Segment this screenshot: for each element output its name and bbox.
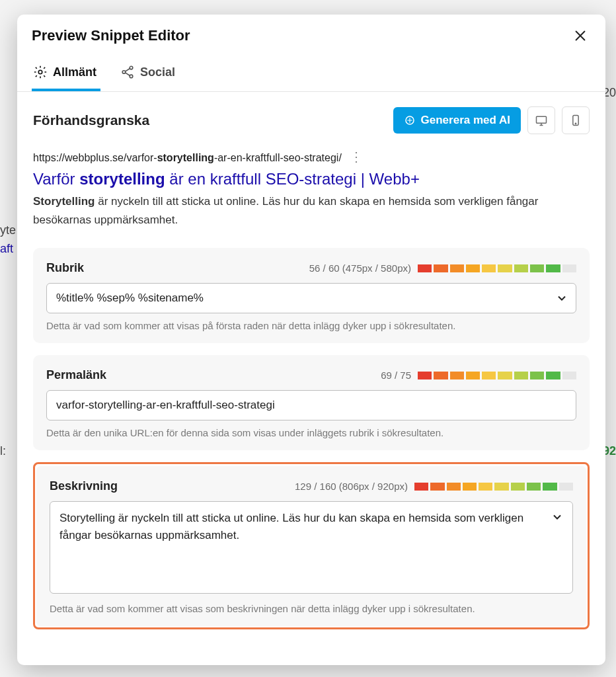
permalink-gradient-bar bbox=[418, 372, 576, 379]
beskrivning-meta: 129 / 160 (806px / 920px) bbox=[295, 481, 573, 492]
preview-title: Varför storytelling är en kraftfull SEO-… bbox=[33, 170, 590, 188]
share-icon bbox=[120, 65, 135, 79]
beskrivning-input-wrap bbox=[50, 501, 573, 596]
tab-general[interactable]: Allmänt bbox=[32, 56, 100, 91]
chevron-down-icon[interactable] bbox=[555, 292, 568, 305]
rubrik-gradient-bar bbox=[418, 264, 576, 272]
content-topbar: Förhandsgranska Generera med AI bbox=[33, 106, 590, 134]
permalink-input-wrap bbox=[46, 390, 576, 420]
serp-preview: https://webbplus.se/varfor-storytelling-… bbox=[33, 150, 590, 229]
permalink-label: Permalänk bbox=[46, 368, 106, 382]
section-rubrik: Rubrik 56 / 60 (475px / 580px) Detta är … bbox=[33, 248, 590, 343]
desktop-view-button[interactable] bbox=[527, 106, 555, 134]
permalink-help: Detta är den unika URL:en för denna sida… bbox=[46, 427, 576, 438]
beskrivning-label: Beskrivning bbox=[50, 479, 118, 493]
svg-rect-5 bbox=[537, 116, 547, 123]
modal-header: Preview Snippet Editor bbox=[17, 15, 605, 56]
section-permalink: Permalänk 69 / 75 Detta är den unika URL… bbox=[33, 355, 590, 450]
snippet-editor-modal: Preview Snippet Editor Allmänt Social bbox=[17, 15, 605, 665]
beskrivning-count: 129 / 160 (806px / 920px) bbox=[295, 481, 408, 492]
close-button[interactable] bbox=[570, 25, 591, 46]
rubrik-help: Detta är vad som kommer att visas på för… bbox=[46, 320, 576, 331]
topbar-actions: Generera med AI bbox=[393, 106, 590, 134]
ai-button-label: Generera med AI bbox=[421, 114, 510, 127]
beskrivning-head: Beskrivning 129 / 160 (806px / 920px) bbox=[50, 479, 573, 493]
gear-icon bbox=[33, 65, 48, 79]
desktop-icon bbox=[535, 114, 548, 127]
rubrik-input[interactable] bbox=[46, 283, 576, 313]
rubrik-label: Rubrik bbox=[46, 261, 84, 275]
rubrik-input-wrap bbox=[46, 283, 576, 313]
rubrik-count: 56 / 60 (475px / 580px) bbox=[309, 262, 411, 274]
preview-url: https://webbplus.se/varfor-storytelling-… bbox=[33, 150, 590, 166]
modal-title: Preview Snippet Editor bbox=[32, 27, 190, 44]
permalink-meta: 69 / 75 bbox=[381, 370, 576, 381]
chevron-down-icon[interactable] bbox=[551, 510, 564, 524]
permalink-head: Permalänk 69 / 75 bbox=[46, 368, 576, 382]
sparkle-icon bbox=[404, 114, 416, 126]
rubrik-meta: 56 / 60 (475px / 580px) bbox=[309, 262, 576, 274]
preview-heading: Förhandsgranska bbox=[33, 112, 149, 128]
beskrivning-gradient-bar bbox=[414, 483, 573, 491]
section-beskrivning: Beskrivning 129 / 160 (806px / 920px) De… bbox=[36, 466, 586, 626]
svg-point-0 bbox=[38, 70, 42, 74]
svg-point-7 bbox=[575, 123, 576, 124]
preview-url-text: https://webbplus.se/varfor-storytelling-… bbox=[33, 152, 342, 164]
mobile-view-button[interactable] bbox=[562, 106, 590, 134]
tab-social-label: Social bbox=[140, 65, 175, 79]
beskrivning-textarea[interactable] bbox=[50, 501, 573, 594]
tab-social[interactable]: Social bbox=[119, 56, 179, 91]
rubrik-head: Rubrik 56 / 60 (475px / 580px) bbox=[46, 261, 576, 275]
preview-description: Storytelling är nyckeln till att sticka … bbox=[33, 192, 590, 229]
beskrivning-help: Detta är vad som kommer att visas som be… bbox=[50, 603, 573, 614]
tab-general-label: Allmänt bbox=[53, 65, 96, 79]
close-icon bbox=[573, 28, 588, 43]
permalink-input[interactable] bbox=[46, 390, 576, 420]
highlight-beskrivning: Beskrivning 129 / 160 (806px / 920px) De… bbox=[33, 462, 590, 629]
more-dots-icon[interactable]: ⋮ bbox=[350, 150, 363, 166]
mobile-icon bbox=[569, 114, 582, 127]
modal-content: Förhandsgranska Generera med AI bbox=[17, 92, 605, 665]
generate-ai-button[interactable]: Generera med AI bbox=[393, 107, 521, 134]
tab-bar: Allmänt Social bbox=[17, 56, 605, 92]
permalink-count: 69 / 75 bbox=[381, 370, 411, 381]
